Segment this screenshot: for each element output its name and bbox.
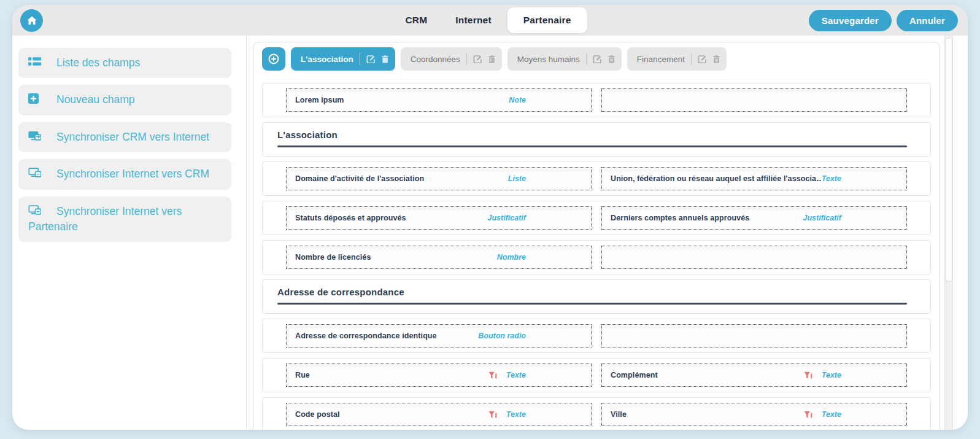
field-type-badge: Texte (822, 371, 841, 379)
sidebar-item-label: Nouveau champ (56, 93, 134, 106)
trash-icon[interactable] (712, 55, 720, 63)
edit-icon[interactable] (473, 55, 482, 63)
field-cell-statuts-deposes[interactable]: Statuts déposés et approuvés Justificati… (286, 206, 592, 230)
field-label: Nombre de licenciés (295, 253, 497, 262)
field-label: Rue (295, 371, 488, 379)
sidebar-item-sync-internet-vers-partenaire[interactable]: Synchroniser Internet vers Partenaire (18, 196, 231, 243)
tab-separator (466, 53, 467, 65)
trash-icon[interactable] (381, 55, 389, 63)
field-label: Lorem ipsum (295, 96, 509, 104)
sidebar-item-sync-internet-vers-crm[interactable]: Synchroniser Internet vers CRM (18, 159, 231, 189)
field-cell-domaine-activite[interactable]: Domaine d'activité de l'association List… (286, 167, 592, 190)
section-underline (277, 146, 907, 147)
field-type-badge: Texte (822, 410, 841, 419)
home-button[interactable] (20, 9, 43, 32)
field-type-badge: Texte (822, 174, 841, 183)
sidebar-item-label: Synchroniser Internet vers CRM (56, 168, 209, 180)
field-type-badge: Texte (506, 410, 526, 419)
form-tab-coordonnees[interactable]: Coordonnées (401, 47, 502, 71)
app-body: Liste des champs Nouveau champ Synchroni… (12, 36, 968, 430)
field-row: Nombre de licenciés Nombre (262, 240, 931, 274)
save-button[interactable]: Sauvegarder (809, 10, 892, 31)
vertical-scrollbar[interactable] (944, 36, 953, 430)
field-label: Adresse de correspondance identique (295, 332, 478, 340)
tab-internet[interactable]: Internet (443, 8, 503, 33)
field-cell-ville[interactable]: Ville Texte (601, 403, 907, 426)
text-flag-icon (488, 371, 497, 379)
field-cell-union-federation[interactable]: Union, fédération ou réseau auquel est a… (601, 167, 907, 190)
text-flag-icon (804, 371, 812, 379)
sidebar-item-nouveau-champ[interactable]: Nouveau champ (18, 85, 231, 115)
form-tab-label: Coordonnées (411, 55, 460, 64)
form-tab-label: L'association (301, 55, 353, 64)
field-cell-complement[interactable]: Complément Texte (601, 363, 907, 387)
field-type-badge: Texte (506, 371, 526, 379)
field-type-badge: Justificatif (487, 214, 526, 222)
section-row: Adresse de correspondance (262, 279, 931, 314)
section-title: L'association (277, 130, 930, 140)
field-row: Lorem ipsum Note (262, 83, 931, 117)
trash-icon[interactable] (488, 55, 496, 63)
form-tabstrip: L'association Coordonnées (262, 47, 931, 71)
field-cell-rue[interactable]: Rue Texte (286, 363, 592, 387)
field-cell-derniers-comptes[interactable]: Derniers comptes annuels approuvés Justi… (601, 206, 907, 230)
field-type-badge: Liste (508, 174, 526, 183)
top-bar: CRM Internet Partenaire Sauvegarder Annu… (12, 5, 968, 36)
field-type-badge: Bouton radio (478, 332, 526, 340)
field-label: Union, fédération ou réseau auquel est a… (611, 174, 822, 183)
field-cell-empty[interactable] (601, 324, 907, 348)
home-icon (26, 15, 37, 25)
field-label: Domaine d'activité de l'association (295, 174, 508, 183)
field-label: Statuts déposés et approuvés (295, 214, 487, 222)
field-type-badge: Note (509, 96, 526, 104)
sidebar: Liste des champs Nouveau champ Synchroni… (12, 36, 247, 430)
field-row: Domaine d'activité de l'association List… (262, 161, 931, 196)
field-cell-empty[interactable] (601, 88, 907, 112)
sidebar-item-label: Liste des champs (56, 56, 140, 69)
edit-icon[interactable] (593, 55, 601, 63)
sidebar-item-liste-des-champs[interactable]: Liste des champs (18, 48, 231, 78)
form-tab-association[interactable]: L'association (291, 47, 395, 71)
field-label: Code postal (295, 410, 488, 419)
top-actions: Sauvegarder Annuler (809, 10, 958, 31)
field-cell-lorem-ipsum[interactable]: Lorem ipsum Note (286, 88, 592, 112)
section-underline (277, 303, 907, 305)
environment-tabs: CRM Internet Partenaire (393, 5, 587, 36)
field-row: Code postal Texte Ville (262, 397, 931, 430)
field-cell-code-postal[interactable]: Code postal Texte (286, 403, 592, 426)
tab-separator (691, 53, 692, 65)
field-row: Statuts déposés et approuvés Justificati… (262, 201, 931, 235)
trash-icon[interactable] (608, 55, 615, 63)
field-cell-adresse-identique[interactable]: Adresse de correspondance identique Bout… (286, 324, 592, 348)
sidebar-item-label: Synchroniser Internet vers Partenaire (28, 205, 182, 233)
text-flag-icon (804, 411, 812, 419)
tab-crm[interactable]: CRM (393, 8, 439, 33)
field-cell-nombre-licencies[interactable]: Nombre de licenciés Nombre (286, 246, 592, 269)
sidebar-item-sync-crm-vers-internet[interactable]: Synchroniser CRM vers Internet (18, 122, 231, 152)
form-tab-moyens-humains[interactable]: Moyens humains (507, 47, 622, 71)
form-tab-label: Financement (637, 55, 685, 64)
edit-icon[interactable] (366, 55, 375, 63)
section-title: Adresse de correspondance (277, 287, 930, 297)
field-cell-empty[interactable] (601, 246, 907, 269)
edit-icon[interactable] (698, 55, 706, 63)
text-flag-icon (488, 411, 497, 419)
sidebar-item-label: Synchroniser CRM vers Internet (56, 131, 209, 143)
tab-separator (360, 53, 360, 65)
section-row: L'association (262, 122, 931, 157)
tab-partenaire[interactable]: Partenaire (507, 7, 587, 33)
form-builder-panel: L'association Coordonnées (253, 42, 940, 430)
circle-plus-icon (268, 53, 279, 64)
tab-separator (586, 53, 587, 65)
field-type-badge: Justificatif (803, 214, 841, 222)
main-area: L'association Coordonnées (247, 36, 968, 430)
form-tab-financement[interactable]: Financement (627, 47, 727, 71)
plus-square-icon (28, 93, 42, 104)
cancel-button[interactable]: Annuler (897, 10, 958, 31)
add-tab-button[interactable] (262, 47, 285, 71)
field-row: Adresse de correspondance identique Bout… (262, 319, 931, 353)
field-type-badge: Nombre (497, 253, 526, 262)
sync-screens-icon (28, 205, 42, 216)
scrollbar-thumb[interactable] (946, 37, 952, 282)
sync-screens-icon (28, 168, 42, 179)
